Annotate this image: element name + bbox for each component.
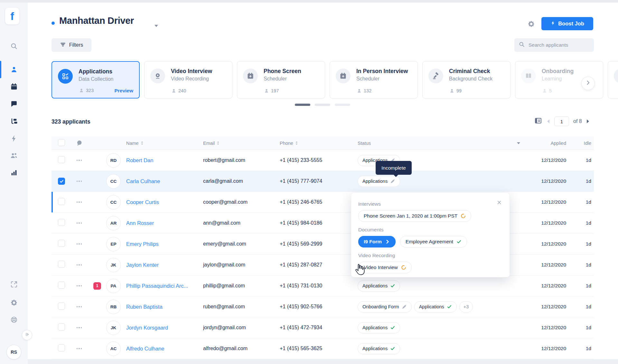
status-chip[interactable]: Onboarding Form <box>358 301 412 313</box>
status-chip[interactable]: Employee Agreement <box>400 236 467 247</box>
job-settings-gear-icon[interactable] <box>527 20 535 29</box>
row-checkbox[interactable] <box>58 261 65 268</box>
sort-icon[interactable] <box>217 141 220 145</box>
row-checkbox[interactable] <box>58 198 65 205</box>
comment-count-badge[interactable]: 1 <box>93 282 101 290</box>
table-row[interactable]: EP Emery Philips emery@gmail.com +1 (415… <box>52 234 594 255</box>
row-checkbox[interactable] <box>58 156 65 163</box>
row-checkbox[interactable] <box>58 219 65 226</box>
row-menu-button[interactable] <box>70 285 88 286</box>
next-page-arrow-icon[interactable] <box>586 119 590 124</box>
row-checkbox[interactable] <box>58 323 65 331</box>
status-chip[interactable]: I9 Form <box>358 236 396 247</box>
table-row[interactable]: CC Cooper Curtis cooper@gmail.com +1 (41… <box>52 192 594 213</box>
row-checkbox[interactable] <box>58 178 65 185</box>
row-checkbox[interactable] <box>58 344 65 351</box>
row-menu-button[interactable] <box>70 181 88 182</box>
sidebar-item-search[interactable] <box>0 39 28 53</box>
status-chip[interactable]: Applications <box>414 301 457 313</box>
row-menu-button[interactable] <box>70 264 88 266</box>
sidebar-item-applicants[interactable] <box>0 62 28 77</box>
applicant-name-link[interactable]: Ann Rosser <box>126 220 154 226</box>
status-chip[interactable]: Video Interview <box>358 262 412 273</box>
stage-card-partial[interactable] <box>608 61 618 98</box>
stage-card[interactable]: Video Interview Video Recording 240 <box>144 61 232 98</box>
status-chip[interactable]: Phone Screen Jan 1, 2020 at 1:00pm PST <box>358 210 471 222</box>
column-header-status[interactable]: Status <box>358 141 371 146</box>
status-filter-caret-icon[interactable] <box>512 142 525 144</box>
sidebar-item-messages[interactable] <box>0 97 28 111</box>
column-header-name[interactable]: Name <box>126 141 144 146</box>
sidebar-item-analytics[interactable] <box>0 165 28 180</box>
applicant-name-link[interactable]: Alfredo Culhane <box>126 346 164 351</box>
status-chip[interactable]: Applications <box>358 343 400 354</box>
brand-logo[interactable]: f <box>5 8 19 24</box>
applicant-name-link[interactable]: Carla Culhane <box>126 178 160 184</box>
user-avatar[interactable]: RS <box>6 345 21 359</box>
select-all-checkbox[interactable] <box>58 139 65 146</box>
row-menu-button[interactable] <box>70 243 88 245</box>
stage-preview-link[interactable]: Preview <box>114 88 133 94</box>
table-row[interactable]: JK Jaylon Kenter jaylon@gmail.com +1 (41… <box>52 255 594 275</box>
table-row[interactable]: RB Ruben Baptista ruben@gmail.com +1 (41… <box>52 296 594 317</box>
stage-card[interactable]: Applications Data Collection 323 Preview <box>52 61 140 98</box>
table-row[interactable]: CC Carla Culhane carla@gmail.com +1 (415… <box>52 171 594 192</box>
status-chip[interactable]: Applications <box>358 176 400 187</box>
applicant-name-link[interactable]: Phillip Passaquindici Arc... <box>126 283 188 289</box>
boost-job-button[interactable]: Boost Job <box>541 17 593 30</box>
column-header-idle[interactable]: Idle <box>566 141 591 146</box>
applicant-name-link[interactable]: Jordyn Korsgaard <box>126 325 168 331</box>
sort-icon[interactable] <box>295 141 298 145</box>
stage-card[interactable]: Phone Screen Scheduler 197 <box>237 61 325 98</box>
table-row[interactable]: AC Alfredo Culhane alfredo@gmail.com +1 … <box>52 338 594 359</box>
sidebar-item-fullscreen[interactable] <box>0 277 28 292</box>
search-input[interactable] <box>528 42 590 48</box>
stage-subtitle: Video Recording <box>171 76 209 82</box>
table-view-icon[interactable] <box>534 117 542 126</box>
sidebar-item-calendar[interactable] <box>0 79 28 94</box>
sidebar-item-automation[interactable] <box>0 131 28 146</box>
status-chip[interactable]: Applications <box>358 280 400 292</box>
next-stages-button[interactable] <box>581 77 595 90</box>
table-row[interactable]: AR Ann Rosser ann@gmail.com +1 (415) 984… <box>52 213 594 234</box>
row-menu-button[interactable] <box>70 348 88 349</box>
column-header-phone[interactable]: Phone <box>280 141 298 146</box>
row-menu-button[interactable] <box>70 222 88 224</box>
chevron-down-icon[interactable] <box>154 23 158 28</box>
sidebar-item-workflows[interactable] <box>0 114 28 129</box>
row-checkbox[interactable] <box>58 282 65 289</box>
carousel-page-dots[interactable] <box>295 104 350 106</box>
applicant-phone: +1 (415) 731-0130 <box>280 283 358 289</box>
column-header-email[interactable]: Email <box>203 141 220 146</box>
stage-card[interactable]: Criminal Check Background Check 99 <box>422 61 510 98</box>
table-row[interactable]: RD Robert Dan robert@gmail.com +1 (415) … <box>52 150 594 171</box>
applicant-name-link[interactable]: Robert Dan <box>126 157 153 163</box>
row-menu-button[interactable] <box>70 201 88 203</box>
sidebar-expand-button[interactable] <box>22 330 32 340</box>
table-row[interactable]: JK Jordyn Korsgaard jordyn@gmail.com +1 … <box>52 317 594 338</box>
page-input[interactable] <box>554 117 569 126</box>
sidebar-item-team[interactable] <box>0 148 28 163</box>
row-menu-button[interactable] <box>70 306 88 307</box>
table-row[interactable]: 1 PA Phillip Passaquindici Arc... philli… <box>52 275 594 296</box>
stage-card[interactable]: In Person Interview Scheduler 132 <box>330 61 418 98</box>
row-checkbox[interactable] <box>58 303 65 310</box>
applicant-name-link[interactable]: Emery Philips <box>126 241 159 247</box>
applicant-phone: +1 (415) 984-0186 <box>280 220 358 226</box>
sidebar-item-help[interactable] <box>0 312 28 327</box>
prev-page-arrow-icon[interactable] <box>546 119 550 124</box>
applicant-name-link[interactable]: Cooper Curtis <box>126 199 159 205</box>
sort-icon[interactable] <box>141 141 144 145</box>
row-checkbox[interactable] <box>58 240 65 247</box>
filters-button[interactable]: Filters <box>52 38 91 52</box>
status-chip[interactable]: Applications <box>358 322 400 333</box>
row-menu-button[interactable] <box>70 160 88 161</box>
applicant-name-link[interactable]: Jaylon Kenter <box>126 262 159 268</box>
column-header-applied[interactable]: Applied <box>525 141 566 146</box>
close-icon[interactable] <box>497 200 502 206</box>
row-menu-button[interactable] <box>70 327 88 328</box>
applied-date: 12/12/2020 <box>525 262 566 268</box>
status-chip[interactable]: +3 <box>459 301 473 313</box>
sidebar-item-settings[interactable] <box>0 295 28 310</box>
applicant-name-link[interactable]: Ruben Baptista <box>126 304 163 310</box>
